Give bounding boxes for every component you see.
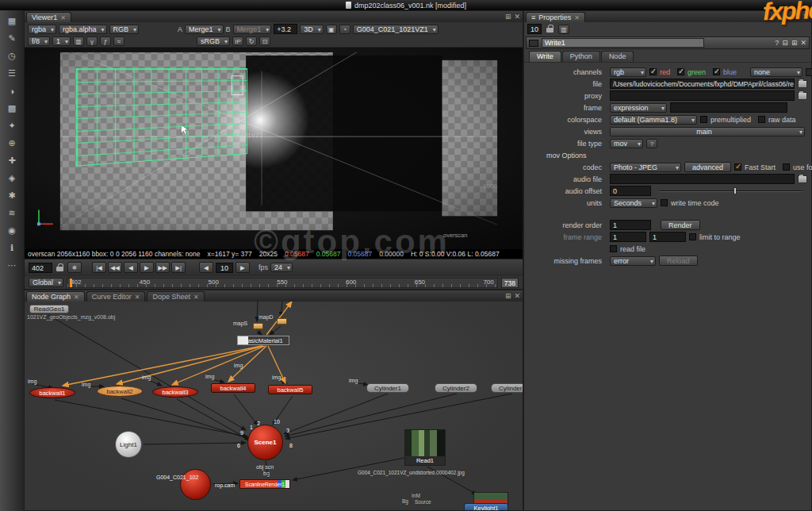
- gamma-icon[interactable]: γ: [86, 36, 98, 46]
- fstop-icon[interactable]: ƒ: [100, 36, 111, 46]
- float-panel-icon[interactable]: ⊞: [791, 39, 798, 47]
- lock-panels-icon[interactable]: [546, 25, 553, 33]
- node-keylight1[interactable]: Keylight1: [464, 503, 508, 510]
- fast-start-checkbox[interactable]: [734, 163, 741, 171]
- proxy-browse-folder-icon[interactable]: [798, 92, 807, 100]
- tab-dope-sheet[interactable]: Dope Sheet✕: [147, 291, 204, 302]
- render-button[interactable]: Render: [661, 220, 700, 230]
- wireframe-card-grid[interactable]: [76, 68, 247, 167]
- keyer-tool-icon[interactable]: ✦: [3, 119, 21, 133]
- colorspace-select[interactable]: default (Gamma1.8): [610, 115, 697, 125]
- color-tool-icon[interactable]: ◑: [3, 84, 21, 98]
- node-name-field[interactable]: Write1: [542, 38, 704, 48]
- input-b-select[interactable]: Merge1: [233, 25, 272, 34]
- metadata-tool-icon[interactable]: ℹ: [3, 241, 21, 255]
- lock-frame-icon[interactable]: [56, 263, 63, 272]
- tab-close-icon[interactable]: ✕: [60, 14, 66, 21]
- play-back-fast-button[interactable]: ◀◀: [108, 262, 122, 273]
- proxy-path-field[interactable]: [610, 90, 795, 101]
- node-cylinder2[interactable]: Cylinder2: [435, 383, 477, 393]
- format-select[interactable]: G004_C021_1021VZ1: [353, 25, 439, 34]
- tab-close-icon[interactable]: ✕: [193, 294, 199, 301]
- refresh-icon[interactable]: ↻: [246, 36, 257, 46]
- node-light1[interactable]: Light1: [115, 431, 142, 458]
- node-basicmaterial1[interactable]: BasicMaterial1: [237, 336, 289, 345]
- panel-close-icon[interactable]: ✕: [514, 13, 520, 21]
- timeline-ruler[interactable]: 402450500550600650700: [67, 278, 498, 288]
- gamma-select[interactable]: 1: [52, 36, 71, 46]
- tab-close-icon[interactable]: ✕: [135, 294, 140, 301]
- node-camera1[interactable]: [180, 469, 211, 500]
- view-mode-select[interactable]: 3D: [300, 25, 324, 34]
- tab-close-icon[interactable]: ✕: [574, 14, 580, 21]
- views-select[interactable]: main: [610, 127, 805, 136]
- panel-close-icon[interactable]: ✕: [514, 292, 520, 300]
- channel-add-button[interactable]: [806, 68, 812, 76]
- display-channels-select[interactable]: RGB: [109, 25, 140, 34]
- node-readgeo1[interactable]: ReadGeo1: [29, 305, 69, 313]
- slider-handle[interactable]: [733, 187, 737, 194]
- particles-tool-icon[interactable]: ✱: [3, 189, 21, 202]
- tab-viewer1[interactable]: Viewer1 ✕: [26, 12, 71, 22]
- frame-range-mode-select[interactable]: Global: [29, 278, 63, 287]
- input-process-toggle[interactable]: IP: [232, 36, 243, 46]
- mask-channel-select[interactable]: none: [750, 67, 802, 77]
- other-tool-icon[interactable]: ⋯: [3, 259, 21, 272]
- frame-increment-field[interactable]: 10: [216, 263, 233, 273]
- panel-expand-icon[interactable]: ⊞: [505, 292, 511, 300]
- histogram-icon[interactable]: ▥: [73, 36, 84, 46]
- node-map-d[interactable]: [277, 318, 287, 325]
- node-backwall3[interactable]: backwall3: [152, 386, 198, 398]
- input-a-select[interactable]: Merge1: [185, 25, 224, 34]
- goto-start-button[interactable]: |◀: [92, 262, 106, 273]
- max-panels-field[interactable]: 10: [527, 24, 542, 34]
- tab-write[interactable]: Write: [529, 51, 561, 62]
- play-forward-button[interactable]: ▶: [140, 262, 154, 273]
- node-backwall1[interactable]: backwall1: [29, 387, 75, 398]
- red-checkbox[interactable]: [649, 68, 657, 75]
- use-format-aspect-checkbox[interactable]: [783, 163, 790, 171]
- node-backwall2[interactable]: backwall2: [97, 386, 143, 397]
- minimize-panel-icon[interactable]: ⊟: [782, 39, 788, 47]
- draw-tool-icon[interactable]: ✎: [3, 32, 21, 45]
- tab-close-icon[interactable]: ✕: [74, 294, 79, 301]
- limit-to-range-checkbox[interactable]: [689, 233, 696, 240]
- tab-python[interactable]: Python: [562, 51, 600, 62]
- wave-icon[interactable]: ≈: [113, 36, 124, 46]
- grid-toggle-icon[interactable]: ▣: [326, 25, 337, 34]
- frame-range-first-field[interactable]: 1: [610, 232, 646, 242]
- green-checkbox[interactable]: [677, 68, 684, 75]
- file-browse-folder-icon[interactable]: [798, 80, 807, 88]
- node-graph-canvas[interactable]: ReadGeo1BasicMaterial1backwall1backwall2…: [25, 302, 523, 510]
- gain-field[interactable]: +3.2: [274, 24, 297, 34]
- current-frame-marker[interactable]: [70, 279, 72, 288]
- node-map-s[interactable]: [253, 323, 263, 329]
- help-icon[interactable]: ?: [775, 39, 779, 47]
- views-tool-icon[interactable]: ◉: [3, 224, 21, 237]
- alpha-layer-select[interactable]: rgba.alpha: [59, 25, 107, 34]
- clear-panels-icon[interactable]: ▥: [558, 25, 569, 34]
- frame-mode-select[interactable]: expression: [610, 103, 667, 113]
- file-type-help-button[interactable]: ?: [646, 139, 657, 148]
- close-panel-icon[interactable]: ✕: [800, 39, 806, 47]
- merge-tool-icon[interactable]: ⊕: [3, 136, 21, 150]
- codec-select[interactable]: Photo - JPEG: [610, 163, 681, 172]
- node-backwall5[interactable]: backwall5: [268, 385, 312, 394]
- fstop-select[interactable]: f/8: [28, 36, 50, 46]
- viewer-viewport[interactable]: 1021VZ1 1000 overscan: [25, 48, 523, 249]
- node-cylinder3[interactable]: Cylinder3: [491, 383, 523, 393]
- fps-select[interactable]: 24: [270, 263, 293, 272]
- step-forward-increment[interactable]: ▶: [236, 262, 250, 273]
- reload-button[interactable]: Reload: [659, 256, 698, 266]
- audio-browse-folder-icon[interactable]: [798, 175, 807, 183]
- current-frame-field[interactable]: 402: [29, 263, 52, 273]
- deep-tool-icon[interactable]: ≋: [3, 206, 21, 220]
- frame-expression-field[interactable]: [670, 102, 787, 113]
- tab-curve-editor[interactable]: Curve Editor✕: [86, 291, 146, 302]
- filter-tool-icon[interactable]: ▩: [3, 102, 21, 115]
- layer-select[interactable]: rgba: [28, 25, 56, 34]
- audio-file-field[interactable]: [610, 174, 795, 184]
- step-back-increment[interactable]: ◀: [199, 262, 213, 273]
- channel-tool-icon[interactable]: ☰: [3, 67, 21, 80]
- tab-node[interactable]: Node: [601, 51, 634, 62]
